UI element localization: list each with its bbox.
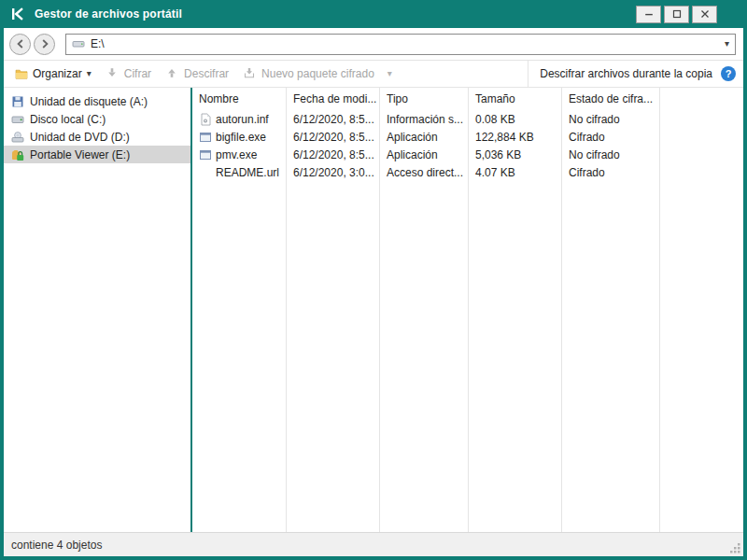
file-size: 5,036 KB [468,148,561,161]
toolbar-right-group: Descifrar archivos durante la copia ? [528,61,736,87]
resize-grip-icon[interactable] [729,542,741,554]
new-package-dropdown-button[interactable]: ▾ [382,61,398,87]
arrow-right-icon [39,38,50,49]
column-header-modified[interactable]: Fecha de modi... [286,92,379,105]
new-encrypted-package-button[interactable]: Nuevo paquete cifrado [236,61,382,87]
kaspersky-logo-icon [9,6,26,22]
sidebar-item-label: Unidad de disquete (A:) [30,95,148,108]
file-row-autorun-inf[interactable]: autorun.inf 6/12/2020, 8:5... Informació… [192,110,743,128]
forward-button[interactable] [34,34,55,55]
setup-information-file-icon [199,113,212,126]
close-button[interactable] [692,6,717,23]
navigation-bar: E:\ ▾ [4,28,743,60]
file-list: Nombre Fecha de modi... Tipo Tamaño Esta… [192,88,743,532]
drive-icon [72,37,85,50]
column-header-type[interactable]: Tipo [379,92,468,105]
file-encryption-status: No cifrado [561,113,659,126]
decrypt-label: Descifrar [184,67,229,80]
arrow-left-icon [15,38,26,49]
decrypt-button[interactable]: Descifrar [159,61,236,87]
maximize-button[interactable] [664,6,689,23]
file-modified: 6/12/2020, 3:0... [286,166,379,179]
hard-disk-icon [11,113,24,126]
sidebar-item-local-disk-c[interactable]: Disco local (C:) [4,110,190,128]
folder-icon [15,67,28,80]
column-header-encryption-status[interactable]: Estado de cifra... [561,92,659,105]
column-header-name[interactable]: Nombre [192,92,286,105]
address-dropdown-icon[interactable]: ▾ [725,39,729,49]
organize-label: Organizar [33,67,82,80]
file-encryption-status: No cifrado [561,148,659,161]
address-bar[interactable]: E:\ ▾ [65,34,736,55]
no-icon [199,166,212,179]
encrypt-label: Cifrar [124,67,151,80]
application-file-icon [199,131,212,144]
window-body: E:\ ▾ Organizar ▾ Cifrar [4,28,743,556]
file-size: 0.08 KB [468,113,561,126]
sidebar-item-floppy-a[interactable]: Unidad de disquete (A:) [4,92,190,110]
sidebar-item-dvd-d[interactable]: Unidad de DVD (D:) [4,128,190,146]
status-text: contiene 4 objetos [11,539,102,552]
sidebar-item-label: Disco local (C:) [30,113,106,126]
file-name: autorun.inf [216,113,269,126]
new-package-icon [244,67,257,80]
sidebar-item-portable-viewer-e[interactable]: Portable Viewer (E:) [4,146,190,163]
file-type: Acceso direct... [379,166,468,179]
titlebar: Gestor de archivos portátil [0,0,747,28]
encrypted-folder-icon [11,148,24,161]
file-modified: 6/12/2020, 8:5... [286,113,379,126]
column-header-row: Nombre Fecha de modi... Tipo Tamaño Esta… [192,88,743,110]
encrypt-button[interactable]: Cifrar [99,61,159,87]
status-bar: contiene 4 objetos [4,532,743,556]
portable-file-manager-window: Gestor de archivos portátil [0,0,747,560]
content-area: Unidad de disquete (A:) Disco local (C:)… [4,88,743,532]
encrypt-arrow-down-icon [106,67,120,80]
help-icon[interactable]: ? [721,66,736,81]
file-modified: 6/12/2020, 8:5... [286,148,379,161]
sidebar-item-label: Portable Viewer (E:) [30,148,130,161]
sidebar-item-label: Unidad de DVD (D:) [30,131,130,144]
file-row-bigfile-exe[interactable]: bigfile.exe 6/12/2020, 8:5... Aplicación… [192,128,743,146]
floppy-drive-icon [11,95,24,108]
toolbar: Organizar ▾ Cifrar Descifrar Nuevo paqu [4,60,743,88]
dvd-drive-icon [11,131,24,144]
organize-dropdown-icon: ▾ [87,69,92,78]
file-name: README.url [216,166,279,179]
new-package-label: Nuevo paquete cifrado [261,67,374,80]
column-header-size[interactable]: Tamaño [468,92,561,105]
file-size: 122,884 KB [468,131,561,144]
file-encryption-status: Cifrado [561,131,659,144]
file-modified: 6/12/2020, 8:5... [286,131,379,144]
file-row-pmv-exe[interactable]: pmv.exe 6/12/2020, 8:5... Aplicación 5,0… [192,146,743,163]
file-type: Aplicación [379,131,468,144]
window-controls [636,6,717,23]
file-name: bigfile.exe [216,131,266,144]
decrypt-arrow-up-icon [166,67,179,80]
address-text: E:\ [91,37,719,50]
file-row-readme-url[interactable]: README.url 6/12/2020, 3:0... Acceso dire… [192,163,743,181]
file-size: 4.07 KB [468,166,561,179]
back-button[interactable] [9,34,31,55]
drive-tree: Unidad de disquete (A:) Disco local (C:)… [4,88,190,532]
minimize-button[interactable] [636,6,661,23]
file-name: pmv.exe [216,148,257,161]
file-type: Información s... [379,113,468,126]
application-file-icon [199,148,212,161]
decrypt-on-copy-label[interactable]: Descifrar archivos durante la copia [540,67,712,80]
file-encryption-status: Cifrado [561,166,659,179]
file-type: Aplicación [379,148,468,161]
window-title: Gestor de archivos portátil [35,7,636,21]
new-package-dropdown-icon: ▾ [388,69,392,78]
organize-button[interactable]: Organizar ▾ [7,61,99,87]
